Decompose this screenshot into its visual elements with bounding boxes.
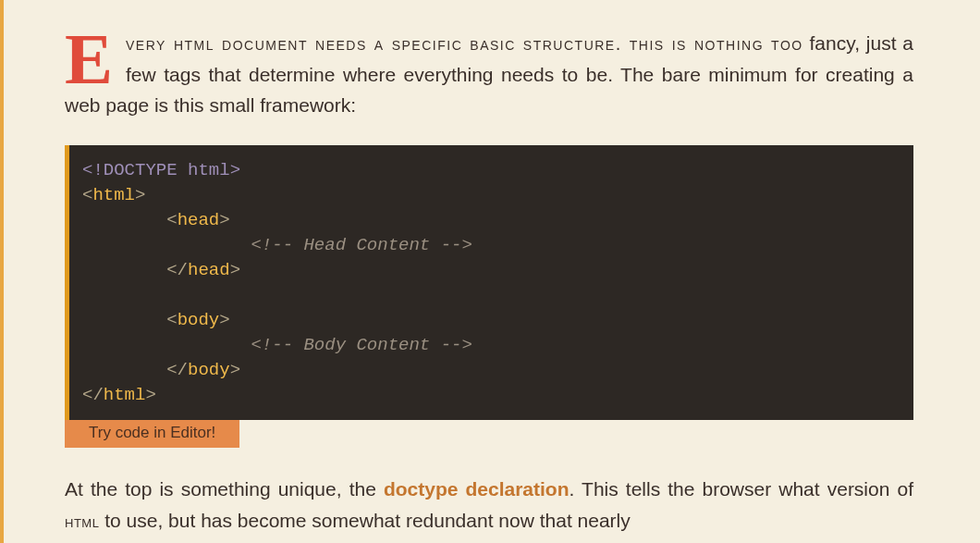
code-tag-head-open: head bbox=[178, 210, 220, 230]
code-doctype: <!DOCTYPE html> bbox=[82, 160, 240, 180]
drop-cap: E bbox=[65, 31, 113, 88]
left-accent-bar bbox=[0, 0, 4, 543]
intro-paragraph: E very html document needs a specific ba… bbox=[65, 28, 913, 121]
code-punc: < bbox=[166, 210, 177, 230]
code-punc: > bbox=[135, 185, 145, 205]
code-tag-html-close: html bbox=[104, 385, 146, 405]
code-punc: </ bbox=[166, 360, 188, 380]
code-tag-body-close: body bbox=[188, 360, 230, 380]
code-tag-html-open: html bbox=[92, 185, 135, 205]
code-punc: </ bbox=[166, 260, 188, 280]
para2-text-after2: to use, but has become somewhat redundan… bbox=[99, 510, 630, 531]
code-comment-body: <!-- Body Content --> bbox=[251, 335, 472, 355]
code-punc: < bbox=[82, 185, 92, 205]
code-example-block: <!DOCTYPE html> <html> <head> <!-- Head … bbox=[65, 145, 913, 421]
code-tag-head-close: head bbox=[188, 260, 230, 280]
para2-text-before: At the top is something unique, the bbox=[65, 478, 384, 500]
para2-text-after1: . This tells the browser what version of bbox=[570, 478, 913, 500]
code-punc: > bbox=[145, 385, 155, 405]
try-code-button[interactable]: Try code in Editor! bbox=[65, 420, 239, 448]
code-tag-body-open: body bbox=[178, 310, 220, 330]
followup-paragraph: At the top is something unique, the doct… bbox=[65, 474, 913, 536]
code-punc: > bbox=[219, 210, 229, 230]
intro-smallcaps: very html document needs a specific basi… bbox=[126, 33, 803, 54]
article-content: E very html document needs a specific ba… bbox=[0, 0, 980, 537]
code-punc: </ bbox=[82, 385, 104, 405]
code-punc: > bbox=[219, 310, 229, 330]
doctype-declaration-link[interactable]: doctype declaration bbox=[384, 478, 570, 500]
code-punc: < bbox=[166, 310, 177, 330]
code-comment-head: <!-- Head Content --> bbox=[251, 235, 472, 255]
para2-smallcaps-html: html bbox=[65, 512, 99, 531]
code-punc: > bbox=[230, 360, 240, 380]
code-punc: > bbox=[230, 260, 240, 280]
